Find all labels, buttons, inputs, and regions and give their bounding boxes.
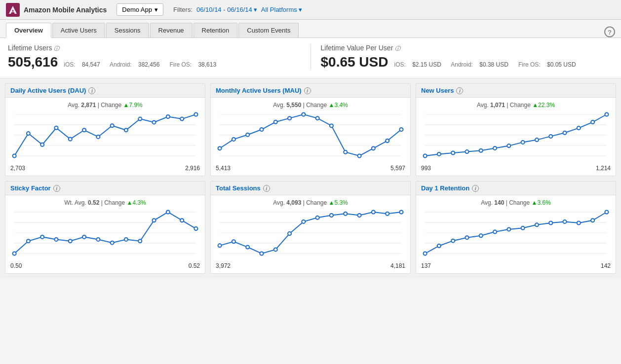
filters-section: Filters: 06/10/14 - 06/16/14 ▾ All Platf…	[173, 6, 302, 13]
svg-point-51	[493, 146, 497, 150]
line-chart-svg-total-sessions	[216, 208, 405, 257]
svg-point-31	[274, 120, 277, 124]
chart-info-icon-sticky-factor[interactable]: i	[53, 185, 60, 192]
svg-point-94	[357, 214, 361, 217]
lifetime-users-info-icon[interactable]: ⓘ	[54, 45, 59, 51]
svg-point-18	[152, 120, 155, 124]
svg-point-88	[274, 248, 277, 251]
chart-title-total-sessions: Total Sessions	[216, 184, 261, 192]
date-dropdown-icon: ▾	[254, 6, 257, 13]
svg-point-104	[437, 244, 441, 248]
chart-info-icon-mau[interactable]: i	[304, 87, 311, 94]
svg-point-76	[166, 211, 170, 214]
chart-info-icon-day1-retention[interactable]: i	[472, 185, 479, 192]
svg-point-16	[124, 128, 128, 132]
svg-point-46	[424, 154, 427, 158]
top-bar: Amazon Mobile Analytics Demo App ▾ Filte…	[0, 0, 621, 20]
svg-point-109	[507, 227, 510, 231]
lifetime-users-panel: Lifetime Users ⓘ 505,616 iOS: 84,547 And…	[8, 44, 301, 70]
svg-point-89	[288, 232, 291, 235]
svg-point-65	[13, 252, 16, 255]
chart-info-icon-new-users[interactable]: i	[456, 87, 463, 94]
tab-overview[interactable]: Overview	[6, 23, 51, 38]
lifetime-value-label: Lifetime Value Per User ⓘ	[321, 44, 614, 52]
chart-header-sticky-factor: Sticky Factor i	[5, 182, 205, 195]
chart-end-value-new-users: 1,214	[596, 165, 611, 172]
svg-point-74	[138, 239, 142, 243]
chart-body-new-users	[416, 110, 616, 165]
lifetime-value-panel: Lifetime Value Per User ⓘ $0.65 USD iOS:…	[310, 44, 614, 70]
tab-revenue[interactable]: Revenue	[150, 23, 193, 37]
chart-header-mau: Monthly Active Users (MAU) i	[211, 84, 410, 98]
amazon-logo-icon	[6, 3, 20, 17]
line-chart-svg-dau	[10, 110, 200, 160]
svg-point-112	[549, 221, 552, 224]
lifetime-value-info-icon[interactable]: ⓘ	[395, 45, 400, 51]
svg-point-30	[260, 128, 263, 131]
chart-info-icon-total-sessions[interactable]: i	[263, 185, 270, 192]
chart-body-total-sessions	[211, 208, 410, 262]
chart-footer-mau: 5,413 5,597	[211, 165, 410, 176]
chart-header-dau: Daily Active Users (DAU) i	[5, 84, 205, 98]
svg-point-50	[479, 149, 483, 152]
svg-point-36	[344, 150, 347, 154]
svg-point-59	[605, 113, 608, 116]
chart-start-value-day1-retention: 137	[421, 262, 431, 269]
svg-point-73	[124, 238, 128, 241]
chart-end-value-total-sessions: 4,181	[390, 262, 405, 269]
svg-point-86	[246, 246, 249, 249]
chart-end-value-sticky-factor: 0.52	[189, 262, 200, 269]
svg-point-68	[54, 238, 58, 241]
chart-footer-total-sessions: 3,972 4,181	[211, 262, 410, 273]
tabs-bar: Overview Active Users Sessions Revenue R…	[0, 20, 621, 38]
tab-sessions[interactable]: Sessions	[106, 23, 149, 37]
svg-point-28	[232, 138, 235, 141]
demo-app-button[interactable]: Demo App ▾	[116, 3, 163, 16]
line-chart-svg-day1-retention	[421, 208, 611, 257]
chart-title-sticky-factor: Sticky Factor	[10, 184, 51, 192]
svg-point-48	[451, 151, 455, 155]
svg-point-10	[40, 143, 44, 146]
chart-header-new-users: New Users i	[416, 84, 616, 98]
chart-card-sticky-factor: Sticky Factor iWt. Avg. 0.52 | Change ▲4…	[5, 181, 205, 274]
svg-point-115	[591, 218, 594, 222]
app-name: Amazon Mobile Analytics	[24, 6, 107, 14]
svg-point-70	[82, 235, 86, 239]
chart-header-day1-retention: Day 1 Retention i	[416, 182, 616, 195]
svg-rect-2	[10, 11, 16, 12]
tab-custom-events[interactable]: Custom Events	[238, 23, 299, 37]
help-icon[interactable]: ?	[604, 27, 615, 37]
chart-body-mau	[211, 110, 410, 165]
svg-point-15	[111, 124, 114, 127]
chart-info-icon-dau[interactable]: i	[88, 87, 95, 94]
svg-point-113	[563, 220, 566, 223]
svg-point-56	[563, 131, 566, 135]
svg-point-29	[246, 133, 249, 137]
chart-end-value-dau: 2,916	[185, 165, 200, 172]
svg-point-105	[451, 239, 455, 243]
chart-title-mau: Monthly Active Users (MAU)	[216, 87, 302, 94]
tab-retention[interactable]: Retention	[194, 23, 238, 37]
chart-card-mau: Monthly Active Users (MAU) iAvg. 5,550 |…	[210, 83, 411, 176]
svg-point-12	[69, 137, 72, 141]
svg-point-11	[54, 126, 58, 130]
platforms-filter[interactable]: All Platforms ▾	[261, 6, 302, 13]
svg-point-108	[493, 230, 497, 234]
lifetime-users-sub: iOS: 84,547 Android: 382,456 Fire OS: 38…	[64, 61, 221, 68]
svg-point-103	[424, 252, 427, 255]
svg-point-87	[260, 252, 263, 255]
platform-dropdown-icon: ▾	[299, 6, 302, 13]
tab-active-users[interactable]: Active Users	[52, 23, 105, 37]
svg-point-39	[386, 139, 389, 143]
chart-footer-dau: 2,703 2,916	[5, 165, 205, 176]
svg-point-71	[96, 238, 100, 241]
chart-title-new-users: New Users	[421, 87, 454, 94]
svg-point-53	[521, 141, 525, 144]
svg-point-54	[535, 138, 539, 142]
svg-point-97	[399, 211, 403, 214]
date-range-filter[interactable]: 06/10/14 - 06/16/14 ▾	[196, 6, 257, 13]
svg-point-21	[194, 113, 197, 116]
svg-point-91	[316, 216, 319, 219]
chart-stats-day1-retention: Avg. 140 | Change ▲3.6%	[416, 195, 616, 208]
chart-start-value-dau: 2,703	[10, 165, 25, 172]
